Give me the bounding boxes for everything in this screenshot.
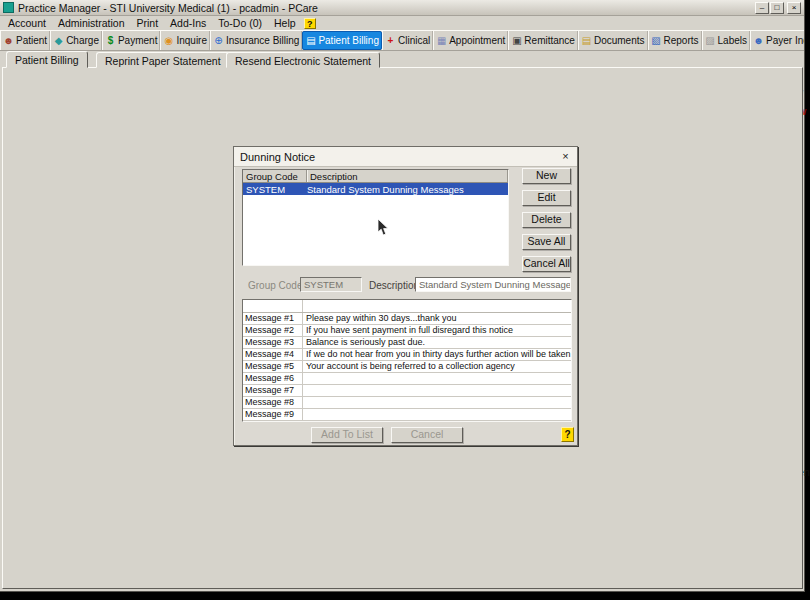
toolbar-label: Labels bbox=[718, 35, 747, 46]
message-row[interactable]: Message #1Please pay within 30 days...th… bbox=[243, 313, 571, 325]
message-row[interactable]: Message #5Your account is being referred… bbox=[243, 361, 571, 373]
edit-button[interactable]: Edit bbox=[522, 190, 571, 206]
group-code-value: SYSTEM bbox=[304, 279, 343, 290]
button-label: Delete bbox=[531, 213, 561, 225]
message-text bbox=[303, 409, 571, 420]
message-row[interactable]: Message #8 bbox=[243, 397, 571, 409]
toolbar-label: Charge bbox=[66, 35, 99, 46]
tab-resend-electronic-statement[interactable]: Resend Electronic Statement bbox=[226, 52, 380, 68]
toolbar-remittance[interactable]: ▣Remittance bbox=[508, 31, 578, 50]
inquire-icon: ◉ bbox=[163, 35, 174, 46]
new-button[interactable]: New bbox=[522, 168, 571, 184]
patient-billing-icon: ▤ bbox=[305, 35, 316, 46]
payer-inquiries-icon: ☻ bbox=[753, 35, 764, 46]
toolbar-clinical[interactable]: +Clinical bbox=[382, 31, 433, 50]
message-text: Please pay within 30 days...thank you bbox=[303, 313, 571, 324]
toolbar-label: Insurance Billing bbox=[226, 35, 299, 46]
minimize-icon: – bbox=[760, 3, 764, 12]
maximize-button[interactable]: □ bbox=[770, 2, 784, 14]
close-icon: × bbox=[562, 150, 568, 162]
dialog-cancel-button: Cancel bbox=[391, 427, 463, 443]
description-field[interactable]: Standard System Dunning Messages bbox=[415, 277, 571, 292]
menu-to-do[interactable]: To-Do (0) bbox=[212, 16, 268, 30]
cancel-all-button[interactable]: Cancel All bbox=[522, 256, 571, 272]
menu-help-icon[interactable]: ? bbox=[304, 18, 316, 29]
column-label: Group Code bbox=[246, 171, 298, 182]
group-code-label: Group Code: bbox=[248, 280, 305, 291]
message-label: Message #6 bbox=[243, 373, 303, 384]
toolbar-label: Inquire bbox=[176, 35, 207, 46]
tab-reprint-paper-statement[interactable]: Reprint Paper Statement bbox=[96, 52, 230, 68]
toolbar-patient-billing[interactable]: ▤Patient Billing bbox=[302, 31, 382, 50]
dialog-close-button[interactable]: × bbox=[558, 150, 573, 164]
minimize-button[interactable]: – bbox=[755, 2, 769, 14]
menu-account[interactable]: Account bbox=[2, 16, 52, 30]
message-label: Message #2 bbox=[243, 325, 303, 336]
menu-print[interactable]: Print bbox=[130, 16, 164, 30]
toolbar-patient[interactable]: ☻Patient bbox=[0, 31, 50, 50]
labels-icon: ▨ bbox=[705, 35, 716, 46]
insurance-billing-icon: ⊕ bbox=[213, 35, 224, 46]
menu-administration[interactable]: Administration bbox=[52, 16, 131, 30]
message-label: Message #1 bbox=[243, 313, 303, 324]
dunning-messages-table[interactable]: Message #1Please pay within 30 days...th… bbox=[242, 299, 572, 422]
documents-icon: ▤ bbox=[581, 35, 592, 46]
column-label: Description bbox=[310, 171, 358, 182]
toolbar-reports[interactable]: ▧Reports bbox=[648, 31, 702, 50]
message-row[interactable]: Message #4If we do not hear from you in … bbox=[243, 349, 571, 361]
description-column-header[interactable]: Description bbox=[307, 170, 508, 182]
dunning-group-list[interactable]: Group Code Description SYSTEM Standard S… bbox=[242, 169, 509, 266]
tab-label: Resend Electronic Statement bbox=[235, 55, 371, 67]
message-row[interactable]: Message #6 bbox=[243, 373, 571, 385]
tab-patient-billing[interactable]: Patient Billing bbox=[6, 51, 88, 68]
button-label: Save All bbox=[528, 235, 566, 247]
toolbar-label: Patient Billing bbox=[318, 35, 379, 46]
dialog-help-icon[interactable]: ? bbox=[561, 427, 574, 442]
toolbar-label: Clinical bbox=[398, 35, 430, 46]
message-label: Message #8 bbox=[243, 397, 303, 408]
dialog-title-bar[interactable]: Dunning Notice bbox=[234, 147, 577, 167]
message-row[interactable]: Message #9 bbox=[243, 409, 571, 421]
message-row[interactable]: Message #2If you have sent payment in fu… bbox=[243, 325, 571, 337]
maximize-icon: □ bbox=[775, 3, 780, 12]
save-all-button[interactable]: Save All bbox=[522, 234, 571, 250]
button-label: Edit bbox=[537, 191, 555, 203]
button-label: Cancel bbox=[411, 428, 444, 440]
toolbar-label: Remittance bbox=[524, 35, 575, 46]
toolbar-labels[interactable]: ▨Labels bbox=[702, 31, 750, 50]
dunning-group-row[interactable]: SYSTEM Standard System Dunning Messages bbox=[243, 183, 508, 195]
app-window: Practice Manager - STI University Medica… bbox=[0, 0, 805, 592]
toolbar-insurance-billing[interactable]: ⊕Insurance Billing bbox=[210, 31, 302, 50]
toolbar-appointment[interactable]: ▦Appointment bbox=[433, 31, 508, 50]
title-bar[interactable]: Practice Manager - STI University Medica… bbox=[0, 0, 804, 16]
toolbar-payer-inquiries[interactable]: ☻Payer Inquiries bbox=[750, 31, 804, 50]
dialog-title: Dunning Notice bbox=[240, 151, 315, 163]
toolbar-inquire[interactable]: ◉Inquire bbox=[160, 31, 210, 50]
menu-help[interactable]: Help bbox=[268, 16, 302, 30]
group-code-column-header[interactable]: Group Code bbox=[243, 170, 307, 182]
reports-icon: ▧ bbox=[651, 35, 662, 46]
close-button[interactable]: × bbox=[787, 2, 801, 14]
message-row[interactable]: Message #3Balance is seriously past due. bbox=[243, 337, 571, 349]
description-value: Standard System Dunning Messages bbox=[419, 279, 571, 290]
delete-button[interactable]: Delete bbox=[522, 212, 571, 228]
message-text bbox=[303, 373, 571, 384]
toolbar-charge[interactable]: ◆Charge bbox=[50, 31, 102, 50]
patient-icon: ☻ bbox=[3, 35, 14, 46]
tab-label: Patient Billing bbox=[15, 54, 79, 66]
close-icon: × bbox=[792, 3, 797, 12]
description-cell: Standard System Dunning Messages bbox=[307, 184, 508, 195]
button-label: Add To List bbox=[321, 428, 373, 440]
toolbar-label: Patient bbox=[16, 35, 47, 46]
dunning-notice-dialog: Dunning Notice × Group Code Description … bbox=[233, 146, 578, 446]
message-label: Message #5 bbox=[243, 361, 303, 372]
description-label: Description bbox=[369, 280, 419, 291]
menu-add-ins[interactable]: Add-Ins bbox=[164, 16, 212, 30]
toolbar-documents[interactable]: ▤Documents bbox=[578, 31, 648, 50]
message-row[interactable]: Message #7 bbox=[243, 385, 571, 397]
message-text bbox=[303, 397, 571, 408]
toolbar-payment[interactable]: $Payment bbox=[102, 31, 160, 50]
message-label: Message #3 bbox=[243, 337, 303, 348]
group-code-cell: SYSTEM bbox=[243, 184, 307, 195]
clinical-icon: + bbox=[385, 35, 396, 46]
